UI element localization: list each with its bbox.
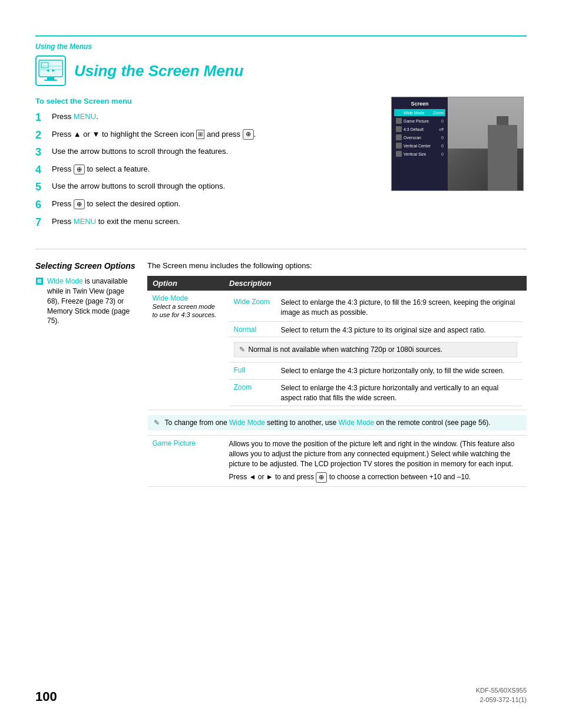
menu-value-gamepic: 0 bbox=[441, 119, 444, 123]
widezoom-label: Wide Zoom bbox=[234, 298, 270, 306]
screen-menu-title: Screen bbox=[394, 101, 445, 107]
wide-mode-ref2: Wide Mode bbox=[339, 419, 375, 427]
sub-row-widezoom: Wide Zoom Select to enlarge the 4:3 pict… bbox=[229, 294, 522, 321]
lower-section: Selecting Screen Options ⊠ Wide Mode is … bbox=[35, 261, 527, 487]
full-desc: Select to enlarge the 4:3 picture horizo… bbox=[276, 362, 522, 380]
sub-row-full: Full Select to enlarge the 4:3 picture h… bbox=[229, 362, 522, 380]
doc-number: KDF-55/60XS955 2-059-372-11(1) bbox=[476, 686, 527, 704]
menu-label-43default: 4:3 Default bbox=[404, 127, 424, 131]
menu-icon-gamepic bbox=[396, 118, 402, 124]
sub-option-name-widezoom: Wide Zoom bbox=[229, 294, 276, 321]
step-4: 4 Press ⊕ to select a feature. bbox=[35, 164, 379, 177]
col-header-option: Option bbox=[148, 276, 224, 291]
menu-value-overscan: 0 bbox=[441, 136, 444, 140]
step-text-6: Press ⊕ to select the desired option. bbox=[52, 199, 379, 209]
step-text-2: Press ▲ or ▼ to highlight the Screen ico… bbox=[52, 129, 379, 140]
step-text-5: Use the arrow buttons to scroll through … bbox=[52, 181, 379, 192]
section-label: Using the Menus bbox=[35, 42, 527, 51]
menu-item-vcenter: Vertical Center 0 bbox=[394, 142, 445, 149]
menu-label-widemode: Wide Mode bbox=[404, 111, 424, 115]
desc-cell-gamepicture: Allows you to move the position of the p… bbox=[224, 435, 527, 486]
main-content: To select the Screen menu 1 Press MENU. … bbox=[35, 97, 527, 237]
menu-icon-widemode bbox=[396, 110, 402, 116]
page-number: 100 bbox=[35, 689, 57, 704]
sidebar-heading: Selecting Screen Options bbox=[35, 261, 135, 271]
table-header-row: Option Description bbox=[148, 276, 527, 291]
sub-row-normal: Normal Select to return the 4:3 picture … bbox=[229, 321, 522, 337]
screen-icon-inline: ⊞ bbox=[196, 130, 204, 139]
enter-key-6: ⊕ bbox=[74, 199, 85, 209]
menu-label-vcenter: Vertical Center bbox=[404, 144, 431, 148]
top-rule bbox=[35, 35, 527, 37]
svg-rect-7 bbox=[44, 80, 57, 81]
option-cell-gamepicture: Game Picture bbox=[148, 435, 224, 486]
sub-row-zoom: Zoom Select to enlarge the 4:3 picture h… bbox=[229, 380, 522, 406]
sub-option-name-full: Full bbox=[229, 362, 276, 380]
menu-value-widemode: Zoom bbox=[433, 111, 444, 115]
step-text-3: Use the arrow buttons to scroll through … bbox=[52, 146, 379, 157]
normal-note-text: Normal is not available when watching 72… bbox=[249, 345, 443, 354]
screen-menu-icon: ◄ ► bbox=[35, 55, 66, 86]
normal-note-cell: ✎ Normal is not available when watching … bbox=[229, 337, 522, 362]
table-row-widemode: Wide Mode Select a screen mode to use fo… bbox=[148, 291, 527, 410]
sidebar-note-text: Wide Mode is unavailable while in Twin V… bbox=[47, 276, 135, 326]
full-label: Full bbox=[234, 366, 245, 374]
section-divider bbox=[35, 249, 527, 249]
menu-item-widemode: Wide Mode Zoom bbox=[394, 109, 445, 116]
enter-key-2: ⊕ bbox=[243, 129, 254, 139]
svg-text:◄ ►: ◄ ► bbox=[45, 68, 56, 73]
note-icon: ✎ bbox=[239, 345, 245, 354]
left-sidebar: Selecting Screen Options ⊠ Wide Mode is … bbox=[35, 261, 147, 487]
wide-mode-link: Wide Mode bbox=[47, 277, 83, 285]
sub-row-normal-note: ✎ Normal is not available when watching … bbox=[229, 337, 522, 362]
step-num-6: 6 bbox=[35, 199, 48, 212]
wide-note-box: ✎ To change from one Wide Mode setting t… bbox=[148, 415, 527, 430]
menu-label-vsize: Vertical Size bbox=[404, 152, 427, 156]
zoom-desc: Select to enlarge the 4:3 picture horizo… bbox=[276, 380, 522, 406]
option-name-widemode: Wide Mode bbox=[153, 294, 189, 302]
gamepicture-desc1: Allows you to move the position of the p… bbox=[229, 439, 522, 469]
step-num-4: 4 bbox=[35, 164, 48, 177]
table-row-gamepicture: Game Picture Allows you to move the posi… bbox=[148, 435, 527, 486]
screen-photo bbox=[448, 97, 523, 190]
step-text-4: Press ⊕ to select a feature. bbox=[52, 164, 379, 174]
sub-option-name-zoom: Zoom bbox=[229, 380, 276, 406]
step-7: 7 Press MENU to exit the menu screen. bbox=[35, 216, 379, 229]
doc-line1: KDF-55/60XS955 bbox=[476, 686, 527, 695]
menu-item-vsize: Vertical Size 0 bbox=[394, 150, 445, 157]
step-5: 5 Use the arrow buttons to scroll throug… bbox=[35, 181, 379, 194]
sidebar-note: ⊠ Wide Mode is unavailable while in Twin… bbox=[35, 276, 135, 326]
step-text-7: Press MENU to exit the menu screen. bbox=[52, 216, 379, 227]
page-title: Using the Screen Menu bbox=[74, 62, 244, 80]
wide-mode-ref1: Wide Mode bbox=[229, 419, 265, 427]
menu-value-vsize: 0 bbox=[441, 152, 444, 156]
step-6: 6 Press ⊕ to select the desired option. bbox=[35, 199, 379, 212]
step-num-7: 7 bbox=[35, 216, 48, 229]
step-2: 2 Press ▲ or ▼ to highlight the Screen i… bbox=[35, 129, 379, 142]
normal-label: Normal bbox=[234, 325, 257, 334]
options-intro: The Screen menu includes the following o… bbox=[147, 261, 527, 270]
subsection-title: To select the Screen menu bbox=[35, 97, 379, 106]
screen-menu-panel: Screen Wide Mode Zoom Game Picture 0 bbox=[392, 97, 448, 190]
option-name-gamepicture: Game Picture bbox=[153, 439, 196, 447]
normal-note-box: ✎ Normal is not available when watching … bbox=[234, 342, 517, 357]
gamepicture-desc2: Press ◄ or ► to and press ⊕ to choose a … bbox=[229, 472, 522, 483]
enter-key-gamepic: ⊕ bbox=[316, 472, 327, 482]
menu-label-overscan: Overscan bbox=[404, 136, 421, 140]
menu-label-gamepic: Game Picture bbox=[404, 119, 429, 123]
options-table: Option Description Wide Mode Select a sc… bbox=[147, 276, 527, 487]
doc-line2: 2-059-372-11(1) bbox=[476, 696, 527, 704]
menu-icon-vsize bbox=[396, 151, 402, 157]
normal-desc: Select to return the 4:3 picture to its … bbox=[276, 321, 522, 337]
menu-text-1: MENU bbox=[74, 112, 96, 121]
menu-icon-43default bbox=[396, 126, 402, 132]
step-1: 1 Press MENU. bbox=[35, 111, 379, 124]
wide-note-cell: ✎ To change from one Wide Mode setting t… bbox=[148, 410, 527, 435]
screenshot-col: Screen Wide Mode Zoom Game Picture 0 bbox=[391, 97, 527, 237]
step-num-5: 5 bbox=[35, 181, 48, 194]
enter-key-4: ⊕ bbox=[74, 164, 85, 174]
menu-value-vcenter: 0 bbox=[441, 144, 444, 148]
steps-list: 1 Press MENU. 2 Press ▲ or ▼ to highligh… bbox=[35, 111, 379, 229]
sub-option-name-normal: Normal bbox=[229, 321, 276, 337]
option-sub-widemode: Select a screen mode to use for 4:3 sour… bbox=[153, 303, 217, 318]
